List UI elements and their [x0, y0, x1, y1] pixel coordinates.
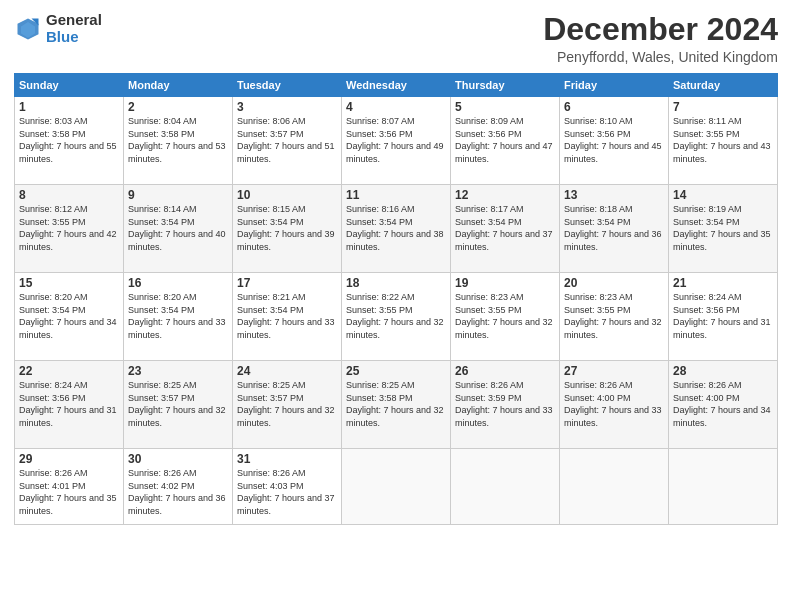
day-number: 2: [128, 100, 228, 114]
day-info: Sunrise: 8:26 AMSunset: 3:59 PMDaylight:…: [455, 379, 555, 429]
day-number: 26: [455, 364, 555, 378]
calendar-cell: 12Sunrise: 8:17 AMSunset: 3:54 PMDayligh…: [451, 185, 560, 273]
calendar-cell: 26Sunrise: 8:26 AMSunset: 3:59 PMDayligh…: [451, 361, 560, 449]
calendar-cell: 16Sunrise: 8:20 AMSunset: 3:54 PMDayligh…: [124, 273, 233, 361]
calendar-cell: 8Sunrise: 8:12 AMSunset: 3:55 PMDaylight…: [15, 185, 124, 273]
calendar-cell: 28Sunrise: 8:26 AMSunset: 4:00 PMDayligh…: [669, 361, 778, 449]
calendar-row-5: 29Sunrise: 8:26 AMSunset: 4:01 PMDayligh…: [15, 449, 778, 525]
calendar-header-wednesday: Wednesday: [342, 74, 451, 97]
day-info: Sunrise: 8:06 AMSunset: 3:57 PMDaylight:…: [237, 115, 337, 165]
calendar-cell: 18Sunrise: 8:22 AMSunset: 3:55 PMDayligh…: [342, 273, 451, 361]
main-title: December 2024: [543, 12, 778, 47]
calendar-cell: 13Sunrise: 8:18 AMSunset: 3:54 PMDayligh…: [560, 185, 669, 273]
day-info: Sunrise: 8:15 AMSunset: 3:54 PMDaylight:…: [237, 203, 337, 253]
calendar-header-sunday: Sunday: [15, 74, 124, 97]
day-info: Sunrise: 8:26 AMSunset: 4:02 PMDaylight:…: [128, 467, 228, 517]
day-number: 17: [237, 276, 337, 290]
calendar-header-thursday: Thursday: [451, 74, 560, 97]
day-info: Sunrise: 8:22 AMSunset: 3:55 PMDaylight:…: [346, 291, 446, 341]
calendar-row-1: 1Sunrise: 8:03 AMSunset: 3:58 PMDaylight…: [15, 97, 778, 185]
calendar-cell: 15Sunrise: 8:20 AMSunset: 3:54 PMDayligh…: [15, 273, 124, 361]
calendar-cell: 22Sunrise: 8:24 AMSunset: 3:56 PMDayligh…: [15, 361, 124, 449]
day-info: Sunrise: 8:04 AMSunset: 3:58 PMDaylight:…: [128, 115, 228, 165]
calendar-cell: [342, 449, 451, 525]
calendar-cell: 10Sunrise: 8:15 AMSunset: 3:54 PMDayligh…: [233, 185, 342, 273]
day-number: 7: [673, 100, 773, 114]
calendar-cell: 29Sunrise: 8:26 AMSunset: 4:01 PMDayligh…: [15, 449, 124, 525]
logo: General Blue: [14, 12, 102, 45]
calendar-table: SundayMondayTuesdayWednesdayThursdayFrid…: [14, 73, 778, 525]
calendar-cell: 11Sunrise: 8:16 AMSunset: 3:54 PMDayligh…: [342, 185, 451, 273]
day-number: 20: [564, 276, 664, 290]
calendar-row-3: 15Sunrise: 8:20 AMSunset: 3:54 PMDayligh…: [15, 273, 778, 361]
day-number: 16: [128, 276, 228, 290]
calendar-header-monday: Monday: [124, 74, 233, 97]
calendar-cell: 3Sunrise: 8:06 AMSunset: 3:57 PMDaylight…: [233, 97, 342, 185]
calendar-cell: 17Sunrise: 8:21 AMSunset: 3:54 PMDayligh…: [233, 273, 342, 361]
calendar-cell: 4Sunrise: 8:07 AMSunset: 3:56 PMDaylight…: [342, 97, 451, 185]
day-info: Sunrise: 8:23 AMSunset: 3:55 PMDaylight:…: [455, 291, 555, 341]
calendar-header-row: SundayMondayTuesdayWednesdayThursdayFrid…: [15, 74, 778, 97]
calendar-cell: 9Sunrise: 8:14 AMSunset: 3:54 PMDaylight…: [124, 185, 233, 273]
day-info: Sunrise: 8:26 AMSunset: 4:01 PMDaylight:…: [19, 467, 119, 517]
day-info: Sunrise: 8:25 AMSunset: 3:58 PMDaylight:…: [346, 379, 446, 429]
calendar-header-friday: Friday: [560, 74, 669, 97]
page: General Blue December 2024 Penyffordd, W…: [0, 0, 792, 612]
day-info: Sunrise: 8:25 AMSunset: 3:57 PMDaylight:…: [128, 379, 228, 429]
calendar-cell: 31Sunrise: 8:26 AMSunset: 4:03 PMDayligh…: [233, 449, 342, 525]
day-number: 6: [564, 100, 664, 114]
day-info: Sunrise: 8:26 AMSunset: 4:03 PMDaylight:…: [237, 467, 337, 517]
calendar-cell: [560, 449, 669, 525]
title-block: December 2024 Penyffordd, Wales, United …: [543, 12, 778, 65]
day-info: Sunrise: 8:03 AMSunset: 3:58 PMDaylight:…: [19, 115, 119, 165]
logo-text: General Blue: [46, 12, 102, 45]
day-info: Sunrise: 8:16 AMSunset: 3:54 PMDaylight:…: [346, 203, 446, 253]
calendar-cell: 6Sunrise: 8:10 AMSunset: 3:56 PMDaylight…: [560, 97, 669, 185]
calendar-cell: 23Sunrise: 8:25 AMSunset: 3:57 PMDayligh…: [124, 361, 233, 449]
day-number: 21: [673, 276, 773, 290]
calendar-cell: 19Sunrise: 8:23 AMSunset: 3:55 PMDayligh…: [451, 273, 560, 361]
day-number: 9: [128, 188, 228, 202]
day-number: 31: [237, 452, 337, 466]
logo-blue-text: Blue: [46, 29, 102, 46]
day-info: Sunrise: 8:24 AMSunset: 3:56 PMDaylight:…: [673, 291, 773, 341]
calendar-row-4: 22Sunrise: 8:24 AMSunset: 3:56 PMDayligh…: [15, 361, 778, 449]
calendar-cell: 14Sunrise: 8:19 AMSunset: 3:54 PMDayligh…: [669, 185, 778, 273]
day-info: Sunrise: 8:26 AMSunset: 4:00 PMDaylight:…: [564, 379, 664, 429]
day-info: Sunrise: 8:10 AMSunset: 3:56 PMDaylight:…: [564, 115, 664, 165]
calendar-cell: [451, 449, 560, 525]
day-number: 28: [673, 364, 773, 378]
calendar-cell: 2Sunrise: 8:04 AMSunset: 3:58 PMDaylight…: [124, 97, 233, 185]
day-number: 1: [19, 100, 119, 114]
day-number: 24: [237, 364, 337, 378]
day-info: Sunrise: 8:12 AMSunset: 3:55 PMDaylight:…: [19, 203, 119, 253]
calendar-cell: 20Sunrise: 8:23 AMSunset: 3:55 PMDayligh…: [560, 273, 669, 361]
header: General Blue December 2024 Penyffordd, W…: [14, 12, 778, 65]
day-number: 10: [237, 188, 337, 202]
day-number: 4: [346, 100, 446, 114]
day-info: Sunrise: 8:24 AMSunset: 3:56 PMDaylight:…: [19, 379, 119, 429]
day-info: Sunrise: 8:18 AMSunset: 3:54 PMDaylight:…: [564, 203, 664, 253]
day-number: 15: [19, 276, 119, 290]
day-number: 19: [455, 276, 555, 290]
day-number: 14: [673, 188, 773, 202]
day-info: Sunrise: 8:26 AMSunset: 4:00 PMDaylight:…: [673, 379, 773, 429]
day-info: Sunrise: 8:14 AMSunset: 3:54 PMDaylight:…: [128, 203, 228, 253]
calendar-cell: 27Sunrise: 8:26 AMSunset: 4:00 PMDayligh…: [560, 361, 669, 449]
calendar-cell: [669, 449, 778, 525]
day-info: Sunrise: 8:17 AMSunset: 3:54 PMDaylight:…: [455, 203, 555, 253]
calendar-cell: 25Sunrise: 8:25 AMSunset: 3:58 PMDayligh…: [342, 361, 451, 449]
day-info: Sunrise: 8:20 AMSunset: 3:54 PMDaylight:…: [19, 291, 119, 341]
calendar-cell: 21Sunrise: 8:24 AMSunset: 3:56 PMDayligh…: [669, 273, 778, 361]
day-number: 5: [455, 100, 555, 114]
day-info: Sunrise: 8:11 AMSunset: 3:55 PMDaylight:…: [673, 115, 773, 165]
day-info: Sunrise: 8:19 AMSunset: 3:54 PMDaylight:…: [673, 203, 773, 253]
logo-icon: [14, 15, 42, 43]
calendar-cell: 24Sunrise: 8:25 AMSunset: 3:57 PMDayligh…: [233, 361, 342, 449]
calendar-cell: 1Sunrise: 8:03 AMSunset: 3:58 PMDaylight…: [15, 97, 124, 185]
day-number: 30: [128, 452, 228, 466]
day-info: Sunrise: 8:23 AMSunset: 3:55 PMDaylight:…: [564, 291, 664, 341]
day-info: Sunrise: 8:25 AMSunset: 3:57 PMDaylight:…: [237, 379, 337, 429]
calendar-cell: 5Sunrise: 8:09 AMSunset: 3:56 PMDaylight…: [451, 97, 560, 185]
day-info: Sunrise: 8:09 AMSunset: 3:56 PMDaylight:…: [455, 115, 555, 165]
